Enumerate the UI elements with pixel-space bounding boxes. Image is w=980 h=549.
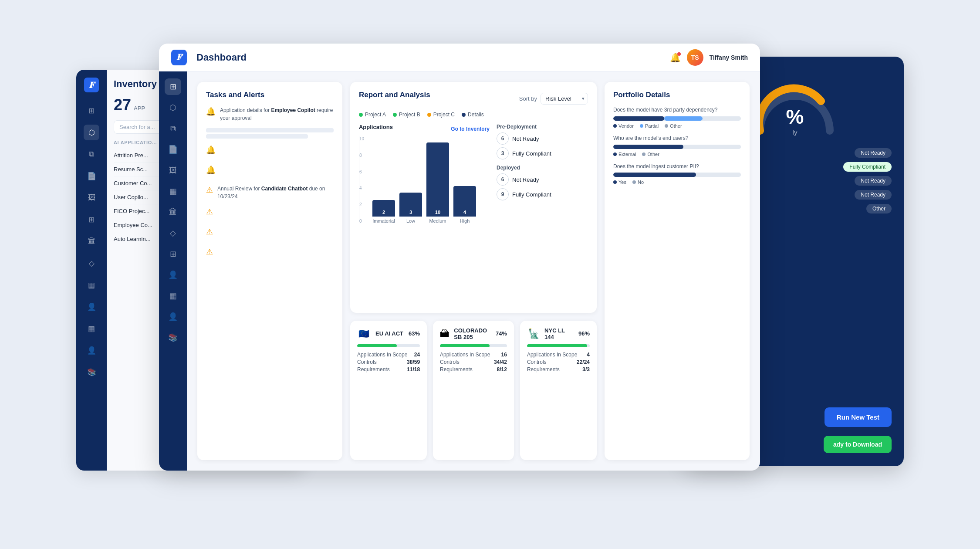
- status-badge: Not Ready: [855, 190, 892, 200]
- stat-label: Controls: [527, 359, 547, 365]
- label-external: External: [618, 152, 636, 157]
- alert-info-item3: 🔔: [206, 165, 334, 179]
- sidebar-icon-diamond[interactable]: ◇: [84, 255, 99, 271]
- status-badge: Not Ready: [855, 176, 892, 186]
- sidebar-icon-bank[interactable]: 🏛: [84, 234, 99, 249]
- stat-value: 38/59: [407, 359, 420, 365]
- deployed-not-ready: 6 Not Ready: [497, 173, 588, 186]
- legend-label-d: Details: [468, 112, 484, 118]
- sidebar-icon-box[interactable]: ⬡: [84, 125, 99, 140]
- download-button[interactable]: ady to Download: [824, 436, 892, 453]
- sort-row: Sort by Risk Level Compliance ▾: [519, 93, 588, 105]
- alert-warn-item3: ⚠: [206, 227, 334, 241]
- sidebar-icon-photo[interactable]: 🖼: [84, 190, 99, 206]
- nav-user[interactable]: 👤: [165, 267, 181, 283]
- nav-diamond[interactable]: ◇: [165, 225, 181, 241]
- stat-value: 4: [587, 352, 590, 358]
- progress-eu: [357, 344, 420, 347]
- legend-yes: Yes: [613, 180, 626, 185]
- bell-icon2: 🔔: [206, 145, 216, 155]
- pre-fully-compliant: 3 Fully Compliant: [497, 147, 588, 159]
- nav-doc[interactable]: 📄: [165, 141, 181, 158]
- report-analysis-card: Report and Analysis Sort by Risk Level C…: [350, 82, 597, 313]
- inv-count-label: APP: [134, 105, 145, 112]
- bar-chart: Applications Go to Inventory 0 2 4 6 8: [359, 124, 490, 224]
- legend-item-details: Details: [462, 112, 484, 118]
- legend-external: External: [613, 152, 636, 157]
- stat-label: Controls: [357, 359, 377, 365]
- top-nav: 𝐅 Dashboard 🔔 TS Tiffany Smith: [159, 44, 760, 71]
- nav-dashboard[interactable]: ⊞: [165, 78, 181, 95]
- report-title: Report and Analysis: [359, 91, 430, 99]
- deployed-fully-compliant-num: 9: [497, 188, 509, 200]
- run-new-test-button[interactable]: Run New Test: [825, 407, 892, 427]
- nav-book[interactable]: 📚: [165, 329, 181, 346]
- comp-stat-co-req: Requirements 8/12: [440, 366, 507, 373]
- label-other-q2: Other: [647, 152, 659, 157]
- dot-vendor: [613, 124, 617, 128]
- deployed-section: Deployed 6 Not Ready 9 Fully Compliant: [497, 165, 588, 200]
- port-q1: Does the model have 3rd party dependency…: [613, 106, 741, 114]
- warn-icon4: ⚠: [206, 247, 213, 257]
- comp-stat-nyc-req: Requirements 3/3: [527, 366, 590, 373]
- sort-select[interactable]: Risk Level Compliance: [541, 93, 588, 105]
- deployed-not-ready-num: 6: [497, 173, 509, 186]
- comp-name-nyc: NYC LL 144: [544, 327, 574, 340]
- nav-user2[interactable]: 👤: [165, 308, 181, 325]
- compliance-row: 🇪🇺 EU AI ACT 63% Applications In Scope 2…: [350, 321, 597, 461]
- pre-fully-compliant-num: 3: [497, 147, 509, 159]
- sidebar-logo: 𝐅: [84, 78, 99, 92]
- left-sidebar: ⊞ ⬡ ⧉ 📄 🖼 ▦ 🏛 ◇ ⊞ 👤 ▦ 👤 📚: [159, 71, 187, 471]
- port-q3: Does the model ingest customer PII?: [613, 163, 741, 170]
- sidebar-icon-book[interactable]: 📚: [84, 364, 99, 380]
- comp-stat-nyc-scope: Applications In Scope 4: [527, 352, 590, 358]
- nav-grid2[interactable]: ⊞: [165, 246, 181, 262]
- bell-icon3: 🔔: [206, 165, 216, 175]
- go-to-inventory-link[interactable]: Go to Inventory: [451, 126, 490, 132]
- sidebar-icon-grid[interactable]: ⊞: [84, 103, 99, 119]
- progress-fill-nyc: [527, 344, 587, 347]
- alert-warn-item4: ⚠: [206, 247, 334, 261]
- legend-dot-d: [462, 113, 466, 117]
- sidebar-icon-grid3[interactable]: ▦: [84, 321, 99, 336]
- legend-item-c: Project C: [427, 112, 455, 118]
- logo-letter: 𝐅: [89, 80, 94, 90]
- sidebar-icon-table[interactable]: ⊞: [84, 212, 99, 227]
- bar-yes: [613, 173, 696, 177]
- legend-no: No: [632, 180, 644, 185]
- sidebar-icon-doc[interactable]: 📄: [84, 168, 99, 184]
- chart-legend: Project A Project B Project C Detai: [359, 112, 588, 118]
- nav-layers[interactable]: ⧉: [165, 120, 181, 137]
- sidebar-icon-layers[interactable]: ⧉: [84, 146, 99, 162]
- warn-text: Annual Review for Candidate Chatbot due …: [217, 185, 334, 200]
- bar-medium: 10: [426, 142, 449, 217]
- port-legend-q2: External Other: [613, 152, 741, 157]
- legend-other-q1: Other: [665, 123, 682, 129]
- bar-group-medium: 10 Medium: [426, 142, 449, 224]
- legend-vendor: Vendor: [613, 123, 634, 129]
- nav-bank[interactable]: 🏛: [165, 204, 181, 220]
- compliance-nyc: 🗽 NYC LL 144 96% Applications In Scope 4: [520, 321, 597, 461]
- bar-partial: [664, 116, 703, 121]
- user-avatar[interactable]: TS: [687, 49, 703, 66]
- sidebar-icon-user2[interactable]: 👤: [84, 342, 99, 358]
- legend-item-a: Project A: [359, 112, 386, 118]
- nav-box[interactable]: ⬡: [165, 99, 181, 116]
- nav-photo[interactable]: 🖼: [165, 162, 181, 179]
- nav-grid3[interactable]: ▦: [165, 288, 181, 304]
- portfolio-title: Portfolio Details: [613, 91, 741, 99]
- comp-stat-nyc-controls: Controls 22/24: [527, 359, 590, 365]
- bar-group-high: 4 High: [453, 186, 476, 224]
- deployed-title: Deployed: [497, 165, 588, 171]
- deployed-fully-compliant-label: Fully Compliant: [512, 191, 551, 198]
- portfolio-details-card: Portfolio Details Does the model have 3r…: [605, 82, 750, 460]
- status-badge: Not Ready: [855, 148, 892, 158]
- sidebar-icon-user[interactable]: 👤: [84, 299, 99, 315]
- comp-stat-eu-controls: Controls 38/59: [357, 359, 420, 365]
- legend-label-b: Project B: [399, 112, 420, 118]
- narrow-sidebar: 𝐅 ⊞ ⬡ ⧉ 📄 🖼 ⊞ 🏛 ◇ ▦ 👤 ▦ 👤 📚: [76, 70, 107, 471]
- dashboard-content: Tasks and Alerts 🔔 Application details f…: [187, 71, 760, 471]
- nav-table[interactable]: ▦: [165, 183, 181, 200]
- notifications-button[interactable]: 🔔: [670, 52, 681, 63]
- sidebar-icon-grid2[interactable]: ▦: [84, 277, 99, 293]
